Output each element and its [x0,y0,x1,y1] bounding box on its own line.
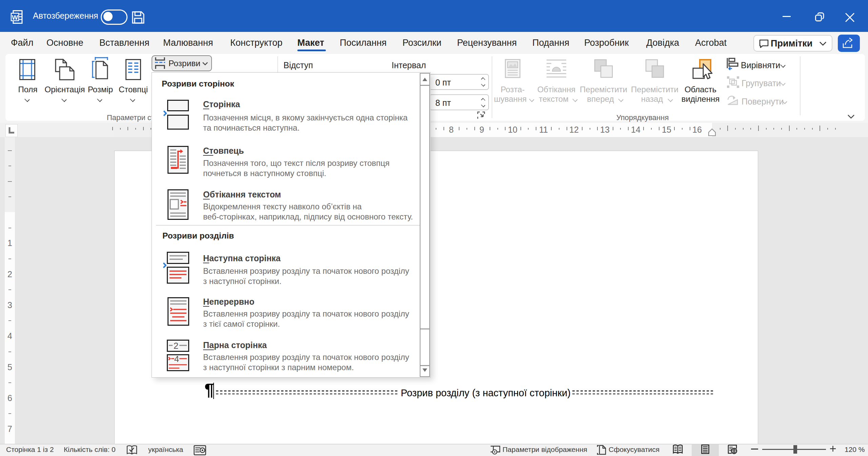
svg-text:2: 2 [174,341,178,351]
svg-text:4: 4 [174,354,179,364]
svg-text:W: W [12,14,18,21]
